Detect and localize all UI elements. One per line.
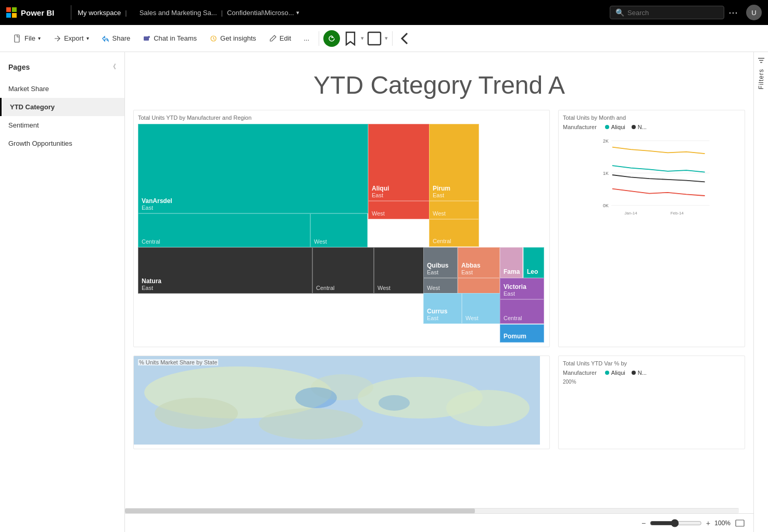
treemap-cell-quibus-east[interactable]: QuibusEast — [423, 247, 458, 278]
treemap-cell-abbas-east[interactable]: AbbasEast — [458, 247, 500, 278]
edit-button[interactable]: Edit — [263, 31, 296, 46]
treemap-cell-natura-central[interactable]: Central — [312, 247, 374, 294]
workspace-label[interactable]: My workspace — [78, 9, 121, 17]
sidebar-collapse-button[interactable]: 《 — [110, 62, 116, 71]
refresh-icon — [328, 34, 336, 43]
treemap-cell-vanarsdel-west[interactable]: West — [310, 213, 368, 247]
line-chart-svg: 2K 1K 0K Jan-14 Feb-14 — [563, 133, 740, 217]
svg-point-18 — [446, 390, 530, 426]
sidebar-item-growth-opportunities[interactable]: Growth Opportunities — [0, 134, 124, 153]
treemap-cell-pirum-central[interactable]: Central — [429, 219, 479, 247]
treemap-cell-pirum-west[interactable]: West — [429, 201, 479, 219]
treemap-cell-leo[interactable]: Leo — [523, 247, 544, 278]
product-name: Power BI — [21, 8, 54, 17]
legend-n: N... — [632, 124, 647, 130]
zoom-plus[interactable]: + — [706, 519, 710, 527]
legend-dot-aliqui — [605, 125, 609, 129]
refresh-button[interactable] — [323, 30, 340, 47]
get-insights-button[interactable]: Get insights — [204, 31, 261, 46]
zoom-minus[interactable]: − — [641, 519, 646, 527]
file-button[interactable]: File ▾ — [8, 31, 46, 46]
treemap-cell-label: Fama — [503, 268, 519, 275]
view-button[interactable] — [366, 30, 383, 47]
zoom-slider[interactable] — [650, 519, 702, 527]
zoom-level: 100% — [714, 520, 731, 527]
charts-row: Total Units YTD by Manufacturer and Regi… — [133, 110, 745, 347]
treemap-cell-pirum-east[interactable]: PirumEast — [429, 124, 479, 201]
toolbar-divider — [319, 31, 319, 46]
top-navigation: Power BI My workspace | Sales and Market… — [0, 0, 768, 25]
treemap-cell-label: Pomum — [503, 333, 540, 340]
treemap-cell-label: Natura — [142, 277, 309, 285]
filters-icon — [757, 56, 765, 65]
treemap-cell-sublabel: Central — [503, 315, 540, 321]
chat-in-teams-button[interactable]: Chat in Teams — [137, 31, 202, 46]
map-title: % Units Market Share by State — [138, 359, 218, 365]
treemap-cell-natura-east[interactable]: NaturaEast — [138, 247, 312, 294]
filters-panel[interactable]: Filters — [753, 52, 768, 532]
fit-page-icon[interactable] — [735, 519, 745, 527]
search-box[interactable]: 🔍 — [610, 6, 724, 19]
sidebar-item-ytd-category[interactable]: YTD Category — [0, 98, 124, 116]
treemap-cell-natura-west[interactable]: West — [374, 247, 424, 294]
treemap-cell-quibus-west[interactable]: West — [423, 278, 458, 294]
search-input[interactable] — [627, 9, 711, 17]
content-scroll[interactable]: YTD Category Trend A Total Units YTD by … — [125, 52, 753, 532]
map-panel: % Units Market Share by State — [133, 356, 550, 449]
bottom-legend-aliqui: Aliqui — [605, 370, 625, 376]
treemap-cell-currus-west[interactable]: West — [462, 293, 500, 324]
nav-divider — [71, 5, 71, 20]
microsoft-logo: Power BI — [6, 7, 56, 18]
treemap-cell-label: Abbas — [461, 262, 496, 269]
treemap-cell-sublabel: East — [142, 285, 309, 291]
sidebar: Pages 《 Market Share YTD Category Sentim… — [0, 52, 125, 532]
edit-icon — [269, 34, 277, 43]
confidential-label: Confidential\Microso... ▾ — [227, 9, 299, 17]
svg-text:1K: 1K — [603, 171, 609, 176]
treemap-cell-sublabel: Central — [142, 238, 307, 245]
treemap-cell-vanarsdel-east[interactable]: VanArsdelEast — [138, 124, 368, 213]
back-button[interactable] — [397, 30, 413, 47]
treemap-title: Total Units YTD by Manufacturer and Regi… — [138, 115, 545, 121]
bookmark-chevron[interactable]: ▾ — [361, 35, 364, 42]
treemap-cell-vanarsdel-central[interactable]: Central — [138, 213, 310, 247]
export-chevron-icon: ▾ — [86, 35, 89, 41]
line-chart-legend: Manufacturer Aliqui N... — [563, 124, 740, 130]
treemap-cell-aliqui-west[interactable]: West — [368, 201, 430, 219]
view-chevron[interactable]: ▾ — [385, 35, 388, 42]
chevron-down-icon[interactable]: ▾ — [296, 9, 299, 16]
treemap-cell-aliqui[interactable]: AliquiEast — [368, 124, 430, 201]
bookmark-button[interactable] — [342, 30, 359, 47]
treemap-cell-sublabel: East — [427, 315, 458, 321]
export-button[interactable]: Export ▾ — [48, 31, 94, 46]
svg-point-16 — [155, 398, 238, 429]
more-toolbar-button[interactable]: ... — [298, 31, 314, 45]
map-svg — [134, 356, 540, 445]
treemap-cell-abbas-empty[interactable] — [458, 278, 500, 294]
horizontal-scrollbar[interactable] — [125, 508, 739, 513]
treemap-cell-pomum[interactable]: Pomum — [500, 324, 544, 343]
more-options-button[interactable]: ⋯ — [728, 7, 738, 18]
line-chart-title: Total Units by Month and — [563, 115, 740, 121]
legend-aliqui: Aliqui — [605, 124, 625, 130]
treemap-cell-fama[interactable]: Fama — [500, 247, 523, 278]
treemap-cell-sublabel: Central — [433, 238, 475, 244]
avatar[interactable]: U — [746, 5, 762, 20]
svg-text:0K: 0K — [603, 203, 609, 208]
treemap-cell-label: Aliqui — [372, 185, 426, 192]
treemap-cell-victoria-central[interactable]: Central — [500, 299, 544, 324]
sidebar-item-market-share[interactable]: Market Share — [0, 80, 124, 98]
treemap[interactable]: VanArsdelEastCentralWestAliquiEastWestPi… — [138, 124, 544, 343]
bottom-chart-legend: Manufacturer Aliqui N... — [563, 370, 740, 376]
line-chart-panel: Total Units by Month and Manufacturer Al… — [558, 110, 745, 347]
share-button[interactable]: Share — [96, 31, 136, 46]
svg-text:2K: 2K — [603, 138, 609, 144]
share-icon — [102, 34, 110, 43]
treemap-cell-victoria-east[interactable]: VictoriaEast — [500, 278, 544, 299]
scrollbar-thumb[interactable] — [125, 509, 475, 513]
sidebar-item-sentiment[interactable]: Sentiment — [0, 116, 124, 134]
treemap-cell-currus-east[interactable]: CurrusEast — [423, 293, 462, 324]
bottom-chart-title: Total Units YTD Var % by — [563, 360, 740, 366]
treemap-cell-sublabel: West — [314, 238, 364, 245]
legend-dot-n — [632, 125, 636, 129]
